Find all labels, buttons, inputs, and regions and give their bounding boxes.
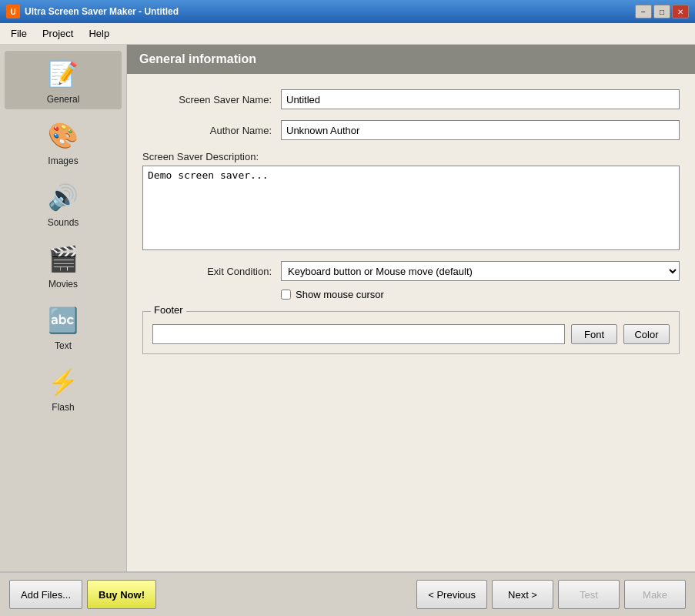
sidebar-label-movies: Movies (48, 279, 78, 290)
show-mouse-cursor-row: Show mouse cursor (281, 289, 680, 300)
sidebar-label-images: Images (48, 156, 78, 166)
app-icon: U (6, 5, 20, 18)
sidebar-label-sounds: Sounds (48, 217, 79, 228)
make-button[interactable]: Make (624, 580, 686, 609)
flash-icon: ⚡ (45, 363, 82, 400)
sounds-icon: 🔊 (45, 179, 82, 216)
color-button[interactable]: Color (623, 324, 670, 344)
screen-saver-name-label: Screen Saver Name: (142, 94, 281, 105)
footer-text-input[interactable] (152, 324, 565, 344)
sidebar-item-movies[interactable]: 🎬 Movies (5, 236, 122, 294)
buy-now-button[interactable]: Buy Now! (87, 580, 156, 609)
footer-group: Footer Font Color (142, 311, 680, 354)
title-bar-buttons: − □ ✕ (635, 5, 689, 18)
title-bar: U Ultra Screen Saver Maker - Untitled − … (0, 0, 695, 23)
add-files-button[interactable]: Add Files... (9, 580, 82, 609)
show-mouse-cursor-checkbox[interactable] (281, 290, 291, 300)
sidebar: 📝 General 🎨 Images 🔊 Sounds 🎬 Movies 🔤 T… (0, 45, 127, 571)
sidebar-label-text: Text (55, 340, 72, 351)
description-label: Screen Saver Description: (142, 151, 680, 162)
footer-group-legend: Footer (151, 304, 186, 316)
author-name-label: Author Name: (142, 125, 281, 136)
exit-condition-row: Exit Condition: Keyboard button or Mouse… (142, 261, 680, 281)
sidebar-item-images[interactable]: 🎨 Images (5, 112, 122, 171)
sidebar-label-general: General (47, 94, 80, 105)
footer-inner: Font Color (152, 324, 670, 344)
images-icon: 🎨 (45, 117, 82, 154)
next-button[interactable]: Next > (492, 580, 553, 609)
title-bar-text: Ultra Screen Saver Maker - Untitled (25, 6, 635, 17)
section-header: General information (127, 45, 695, 74)
exit-condition-select[interactable]: Keyboard button or Mouse move (default) … (281, 261, 680, 281)
sidebar-label-flash: Flash (52, 402, 74, 413)
sidebar-item-sounds[interactable]: 🔊 Sounds (5, 174, 122, 233)
content-area: General information Screen Saver Name: A… (127, 45, 695, 571)
font-button[interactable]: Font (571, 324, 617, 344)
menu-project[interactable]: Project (35, 25, 81, 42)
bottom-bar: Add Files... Buy Now! < Previous Next > … (0, 571, 695, 616)
movies-icon: 🎬 (45, 240, 82, 277)
test-button[interactable]: Test (558, 580, 620, 609)
text-icon: 🔤 (45, 302, 82, 339)
author-name-input[interactable] (281, 120, 680, 140)
previous-button[interactable]: < Previous (416, 580, 487, 609)
show-mouse-cursor-label: Show mouse cursor (296, 289, 384, 300)
description-textarea[interactable] (142, 166, 680, 250)
exit-condition-label: Exit Condition: (142, 266, 281, 277)
menu-file[interactable]: File (3, 25, 35, 42)
menu-bar: File Project Help (0, 23, 695, 45)
screen-saver-name-row: Screen Saver Name: (142, 89, 680, 109)
minimize-button[interactable]: − (635, 5, 652, 18)
sidebar-item-flash[interactable]: ⚡ Flash (5, 359, 122, 417)
form-area: Screen Saver Name: Author Name: Screen S… (127, 89, 695, 354)
maximize-button[interactable]: □ (653, 5, 670, 18)
sidebar-item-general[interactable]: 📝 General (5, 51, 122, 109)
general-icon: 📝 (45, 55, 82, 92)
close-button[interactable]: ✕ (672, 5, 689, 18)
screen-saver-name-input[interactable] (281, 89, 680, 109)
sidebar-item-text[interactable]: 🔤 Text (5, 297, 122, 356)
app-body: 📝 General 🎨 Images 🔊 Sounds 🎬 Movies 🔤 T… (0, 45, 695, 571)
description-section: Screen Saver Description: (142, 151, 680, 250)
menu-help[interactable]: Help (81, 25, 117, 42)
author-name-row: Author Name: (142, 120, 680, 140)
